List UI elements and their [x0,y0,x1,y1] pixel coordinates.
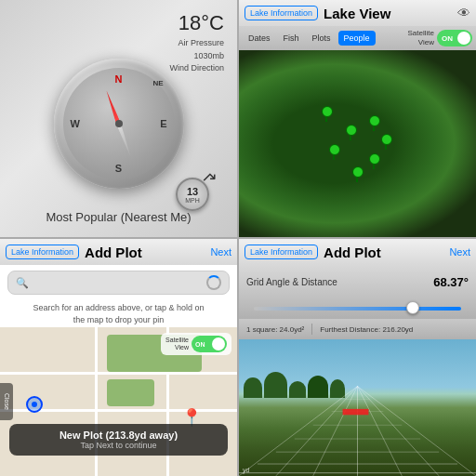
temperature: 18°C [169,11,224,35]
compass-inner-ring: N NE E W S [63,68,175,179]
addplot-header: Lake Information Add Plot Next [0,239,237,265]
argrid-title: Add Plot [324,245,443,260]
sat-toggle-label: SatelliteView [165,337,189,352]
lake-view-title: Lake View [324,6,452,21]
lake-view-cell: Lake Information Lake View 👁 Dates Fish … [239,0,476,237]
compass-northeast: NE [152,79,163,87]
stats-bar: 1 square: 24.0yd² Furthest Distance: 216… [239,319,476,339]
svg-line-12 [358,387,440,476]
compass-north: N [115,73,123,85]
map-toggle-on-label: ON [195,341,205,348]
ar-grid-label: yd [243,467,249,473]
needle-white [116,123,133,157]
compass-cell: 18°C Air Pressure 1030mb Wind Direction … [0,0,237,237]
stat-distance: Furthest Distance: 216.20yd [320,325,413,334]
lake-info-button[interactable]: Lake Information [245,6,318,20]
angle-bar: Grid Angle & Distance 68.37° [239,265,476,298]
lake-map[interactable] [239,50,476,237]
svg-line-8 [276,387,358,476]
angle-value: 68.37° [433,275,469,289]
eye-icon[interactable]: 👁 [457,6,470,20]
addplot-next-button[interactable]: Next [210,246,231,258]
stat-separator [311,324,312,335]
addplot-lake-info-btn[interactable]: Lake Information [6,245,79,259]
map-pin[interactable] [329,144,338,157]
green-area [107,379,154,406]
slider-knob[interactable] [406,301,419,314]
new-plot-subtitle: Tap Next to continue [19,441,218,450]
compass-south: S [115,163,122,174]
svg-line-13 [358,387,477,476]
close-label: Close [4,393,10,410]
user-location-dot [26,396,43,413]
argrid-next-button[interactable]: Next [449,246,470,258]
satellite-toggle-pill[interactable]: ON [437,30,472,46]
compass: N NE E W S [54,59,184,189]
lake-header: Lake Information Lake View 👁 [239,0,476,26]
add-plot-map-cell: Lake Information Add Plot Next 🔍 Search … [0,239,237,476]
map-pin[interactable] [346,125,355,138]
svg-line-11 [358,387,403,476]
tab-people[interactable]: People [338,31,376,46]
ar-camera-view: yd [239,339,476,476]
search-icon: 🔍 [16,277,29,289]
map-pin[interactable] [381,134,390,147]
lake-tabs-bar: Dates Fish Plots People SatelliteView ON [239,26,476,50]
tab-fish[interactable]: Fish [278,31,305,46]
svg-rect-14 [343,409,369,415]
angle-slider[interactable] [254,307,461,311]
toggle-knob [457,32,470,45]
map-area[interactable]: Close SatelliteView ON 📍 New Plot (213.8… [0,327,237,476]
argrid-header: Lake Information Add Plot Next [239,239,476,265]
close-strip[interactable]: Close [0,383,13,420]
street-horizontal [0,372,237,375]
tab-dates[interactable]: Dates [243,31,276,46]
compass-west: W [71,118,80,129]
addplot-title: Add Plot [85,245,205,260]
tab-plots[interactable]: Plots [307,31,337,46]
search-bar[interactable]: 🔍 [7,271,230,295]
satellite-image [239,50,476,237]
compass-outer-ring: N NE E W S [54,59,184,189]
new-plot-title: New Plot (213.8yd away) [19,430,218,441]
satellite-toggle[interactable]: SatelliteView ON [408,29,472,46]
map-toggle-pill[interactable]: ON [192,336,227,352]
svg-line-7 [239,387,358,476]
add-plot-ar-cell: Lake Information Add Plot Next Grid Angl… [239,239,476,476]
argrid-lake-info-btn[interactable]: Lake Information [245,245,318,259]
ar-grid-overlay: yd [239,380,476,476]
stat-square: 1 square: 24.0yd² [246,325,304,334]
angle-slider-bar [239,298,476,319]
map-pin[interactable] [352,166,362,179]
app-grid: 18°C Air Pressure 1030mb Wind Direction … [0,0,476,476]
new-plot-banner: New Plot (213.8yd away) Tap Next to cont… [9,424,228,456]
search-hint: Search for an address above, or tap & ho… [0,300,237,327]
compass-center [115,120,123,127]
toggle-on-label: ON [442,34,453,43]
speed-number: 13 [187,186,198,197]
sat-toggle-map[interactable]: SatelliteView ON [161,333,231,355]
map-pin[interactable] [369,153,378,166]
speed-badge: 13 MPH [176,178,209,211]
map-pin[interactable] [322,106,331,119]
angle-label: Grid Angle & Distance [246,277,433,287]
search-spinner [206,275,221,290]
satellite-label: SatelliteView [408,29,434,46]
compass-east: E [160,118,166,129]
speed-unit: MPH [185,197,200,204]
svg-line-9 [313,387,358,476]
most-popular-label: Most Popular (Nearest Me) [0,210,237,224]
map-pin[interactable] [369,115,378,128]
map-toggle-knob [212,337,225,350]
